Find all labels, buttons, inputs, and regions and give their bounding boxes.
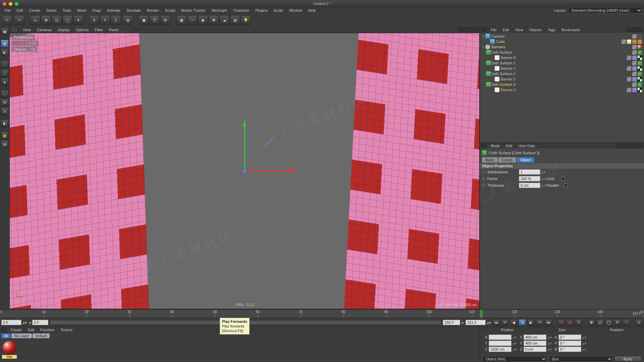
move-tool[interactable]: ✥ [41, 15, 51, 25]
enable-toggle[interactable] [638, 61, 642, 65]
menu-script[interactable]: Script [271, 8, 285, 13]
cloth-tag[interactable] [632, 56, 637, 60]
preview-start-field[interactable] [32, 320, 48, 325]
uvw-tag[interactable] [638, 88, 642, 92]
mat-create[interactable]: Create [8, 327, 24, 333]
thickness-field[interactable] [519, 183, 540, 188]
pos-x-field[interactable] [489, 335, 512, 340]
playhead[interactable] [480, 310, 483, 318]
goto-end-button[interactable]: ⏭ [545, 319, 552, 326]
visibility-toggle[interactable] [627, 88, 631, 92]
add-deformer-button[interactable]: ❃ [209, 15, 219, 25]
mat-function[interactable]: Function [38, 327, 57, 333]
goto-prevkey-button[interactable]: ↶ [501, 319, 508, 326]
planar-workplane-button[interactable]: ▤ [1, 140, 9, 148]
add-camera-button[interactable]: ▤ [230, 15, 240, 25]
anim-dot[interactable] [482, 184, 485, 187]
view-view[interactable]: View [20, 27, 34, 33]
cloth-tag[interactable] [632, 77, 637, 81]
node-b2[interactable]: Banner 2 [480, 76, 644, 82]
layout-select[interactable]: Standard (Recording 1080P) (User) [568, 7, 642, 13]
filter-default[interactable]: Default [33, 334, 50, 338]
menu-motiontracker[interactable]: Motion Tracker [178, 8, 208, 13]
axis-x-button[interactable]: X [89, 15, 99, 25]
size-y-field[interactable] [524, 341, 546, 346]
coord-system-button[interactable]: ⊞ [123, 15, 133, 25]
viewport-icon[interactable] [11, 27, 18, 33]
factor-field[interactable] [519, 176, 540, 181]
material-area[interactable]: Mat [0, 339, 480, 362]
add-spline-button[interactable]: 〰 [187, 15, 197, 25]
node-cs3[interactable]: ▾Cloth Surface.3 [480, 82, 644, 87]
am-fwd-icon[interactable] [627, 143, 632, 148]
coord-mode-select[interactable]: Object (Rel) [483, 356, 547, 362]
spinner-icon[interactable]: ▴▾ [23, 320, 27, 325]
om-filter-icon[interactable] [633, 27, 637, 32]
spinner-icon[interactable]: ▴▾ [542, 177, 545, 181]
step-forward-button[interactable]: ▶ [527, 319, 535, 326]
camera-view-toggle[interactable] [638, 34, 642, 39]
visibility-toggle[interactable] [632, 61, 637, 65]
lasttool[interactable]: ✦ [73, 15, 83, 25]
scale-tool[interactable]: ◫ [52, 15, 62, 25]
anim-dot[interactable] [482, 177, 485, 180]
redo-button[interactable]: ↷ [14, 15, 24, 25]
menu-snap[interactable]: Snap [90, 8, 104, 13]
anim-dot[interactable] [482, 170, 485, 174]
parallel-checkbox[interactable] [564, 183, 568, 187]
preview-end-field[interactable] [443, 320, 460, 325]
key-pla-button[interactable]: ∷ [623, 319, 630, 326]
enable-toggle[interactable] [638, 50, 642, 55]
view-options[interactable]: Options [73, 27, 91, 33]
menu-edit[interactable]: Edit [14, 8, 26, 13]
rot-h-field[interactable] [558, 335, 581, 340]
am-edit[interactable]: Edit [503, 143, 515, 148]
make-editable-button[interactable]: ▣ [1, 27, 9, 36]
menu-select[interactable]: Select [44, 8, 59, 13]
gizmo-origin[interactable] [243, 169, 246, 173]
tag-xpresso[interactable] [632, 40, 637, 44]
model-mode-button[interactable]: ▦ [1, 40, 9, 48]
mat-texture[interactable]: Texture [58, 327, 75, 333]
node-camera[interactable]: ▾Camera [480, 34, 644, 39]
om-view[interactable]: View [513, 27, 526, 33]
visibility-toggle[interactable] [627, 56, 631, 60]
tab-object[interactable]: Object [517, 157, 534, 163]
menu-sculpt[interactable]: Sculpt [162, 8, 178, 13]
pos-y-field[interactable] [489, 341, 512, 346]
add-generator-button[interactable]: ◉ [198, 15, 208, 25]
visibility-toggle[interactable] [622, 40, 626, 44]
key-scale-button[interactable]: ◫ [596, 319, 604, 326]
locked-workplane-button[interactable]: 🔒 [1, 131, 9, 139]
view-cameras[interactable]: Cameras [34, 27, 55, 33]
om-icon[interactable] [481, 27, 486, 32]
mat-edit[interactable]: Edit [25, 327, 37, 333]
material-item[interactable]: Mat [2, 341, 17, 359]
play-forward-button[interactable]: ⏸ [519, 319, 526, 326]
poly-mode-button[interactable]: ▲ [1, 78, 9, 86]
coord-size-select[interactable]: Size [549, 356, 613, 362]
uvw-tag[interactable] [638, 77, 642, 81]
node-cs1[interactable]: ▾Cloth Surface.1 [480, 60, 644, 66]
menu-file[interactable]: File [2, 8, 13, 13]
menu-simulate[interactable]: Simulate [124, 8, 144, 13]
minimize-icon[interactable] [9, 2, 12, 6]
am-new-icon[interactable] [638, 143, 643, 148]
om-file[interactable]: File [488, 27, 499, 33]
node-b3[interactable]: Banner 3 [480, 87, 644, 93]
menu-character[interactable]: Character [230, 8, 252, 13]
visibility-toggle[interactable] [632, 34, 637, 39]
node-cs0[interactable]: ▾Cloth Surface [480, 50, 644, 55]
subdivisions-field[interactable] [519, 169, 540, 175]
visibility-toggle[interactable] [632, 50, 637, 55]
uvw-tag[interactable] [638, 56, 642, 60]
visibility-toggle[interactable] [627, 77, 631, 81]
visibility-toggle[interactable] [632, 45, 637, 49]
menu-help[interactable]: Help [306, 8, 319, 13]
am-userdata[interactable]: User Data [516, 143, 538, 148]
range-start-field[interactable] [1, 320, 21, 325]
close-icon[interactable] [3, 2, 6, 6]
object-manager-tree[interactable]: ▾Camera Cube ▾Banners ▾Cloth Surface Ban… [480, 33, 644, 142]
goto-start-button[interactable]: ⏮ [492, 319, 500, 326]
workplane-button[interactable]: ◧ [1, 119, 9, 127]
